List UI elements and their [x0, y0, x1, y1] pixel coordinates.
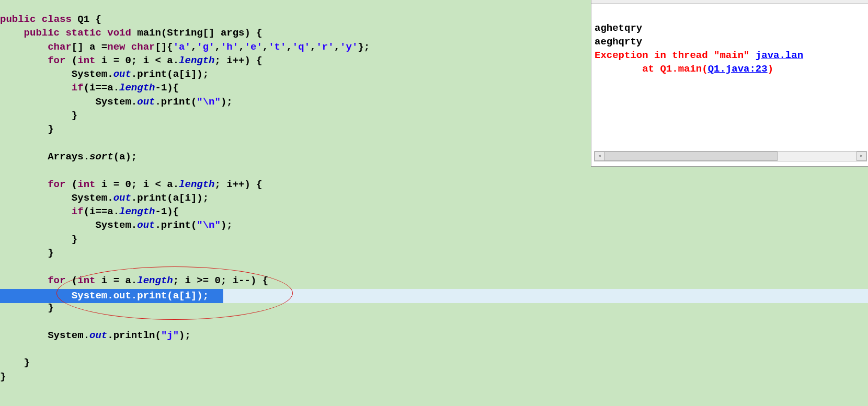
code-line[interactable]: for (int i = 0; i < a.length; i++) {	[0, 178, 370, 191]
code-line[interactable]: }	[0, 301, 370, 315]
code-line[interactable]: }	[0, 246, 370, 260]
scroll-left-button[interactable]: ◂	[595, 152, 604, 161]
stderr-line: at Q1.main(	[595, 63, 708, 75]
code-line[interactable]: public class Q1 {	[0, 13, 370, 26]
code-line[interactable]	[0, 315, 370, 329]
code-line[interactable]: char[] a =new char[]{'a','g','h','e','t'…	[0, 40, 370, 54]
code-line[interactable]	[0, 164, 370, 177]
code-line[interactable]: }	[0, 109, 370, 122]
code-block[interactable]: public class Q1 { public static void mai…	[0, 13, 370, 384]
stdout-line: aeghqrty	[595, 36, 642, 48]
code-line[interactable]: System.out.print(a[i]);	[0, 191, 370, 205]
stdout-line: aghetqry	[595, 22, 642, 34]
code-line[interactable]: public static void main(String[] args) {	[0, 26, 370, 40]
code-line[interactable]: System.out.print("\n");	[0, 218, 370, 232]
code-line[interactable]: System.out.print("\n");	[0, 95, 370, 109]
console-panel: aghetqry aeghqrty Exception in thread "m…	[591, 0, 868, 167]
code-line[interactable]: }	[0, 233, 370, 246]
code-line[interactable]: System.out.print(a[i]);	[0, 67, 370, 81]
scrollbar-thumb[interactable]	[604, 152, 778, 161]
selected-code-text[interactable]: System.out.print(a[i]);	[0, 289, 209, 303]
code-line[interactable]: }	[0, 370, 370, 384]
code-line[interactable]: System.out.println("j");	[0, 329, 370, 342]
code-line[interactable]: if(i==a.length-1){	[0, 81, 370, 95]
stacktrace-link[interactable]: Q1.java:23	[708, 63, 768, 75]
console-output[interactable]: aghetqry aeghqrty Exception in thread "m…	[591, 4, 868, 91]
code-line[interactable]: }	[0, 356, 370, 369]
code-line[interactable]: for (int i = 0; i < a.length; i++) {	[0, 54, 370, 67]
scroll-right-button[interactable]: ▸	[856, 152, 866, 161]
code-line[interactable]: for (int i = a.length; i >= 0; i--) {	[0, 274, 370, 287]
console-header	[591, 0, 868, 4]
code-line[interactable]: if(i==a.length-1){	[0, 205, 370, 218]
code-editor[interactable]: public class Q1 { public static void mai…	[0, 0, 868, 406]
code-line[interactable]	[0, 136, 370, 150]
stderr-line: Exception in thread "main"	[595, 50, 756, 61]
code-line[interactable]: }	[0, 122, 370, 136]
code-line[interactable]: Arrays.sort(a);	[0, 150, 370, 164]
stderr-line: )	[768, 63, 773, 75]
code-line[interactable]	[0, 342, 370, 356]
horizontal-scrollbar[interactable]: ◂ ▸	[594, 151, 867, 161]
stacktrace-link[interactable]: java.lan	[756, 50, 803, 61]
code-line[interactable]	[0, 260, 370, 273]
